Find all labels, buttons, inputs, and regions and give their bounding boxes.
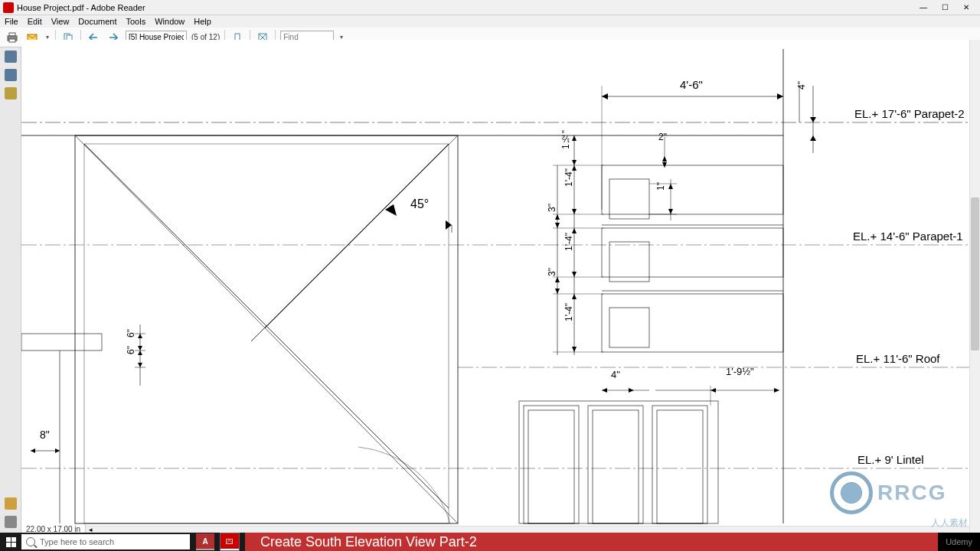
dim-4in-top: 4": [796, 81, 807, 90]
dim-1-4-c: 1'-4": [564, 303, 574, 321]
taskbar-search[interactable]: Type here to search: [21, 534, 190, 549]
maximize-button[interactable]: ☐: [934, 1, 956, 15]
vertical-scrollbar[interactable]: [969, 40, 980, 533]
menu-window[interactable]: Window: [155, 17, 185, 26]
el-parapet-1: EL.+ 14'-6" Parapet-1: [853, 230, 963, 243]
start-button[interactable]: [0, 533, 21, 551]
watermark-subtext: 人人素材: [931, 517, 968, 530]
svg-rect-65: [6, 543, 11, 547]
course-title-banner: Create South Elevation View Part-2: [245, 533, 938, 551]
windows-taskbar: Type here to search A ⮹ Create South Ele…: [0, 533, 980, 551]
drawing-page: 4'-6" 4" EL.+ 17'-6" Parapet-2 EL.+ 14'-…: [21, 40, 969, 533]
menu-document[interactable]: Document: [78, 17, 116, 26]
svg-rect-56: [593, 410, 639, 523]
dim-8in: 8": [40, 429, 50, 441]
svg-rect-2: [9, 39, 15, 42]
nav-panel: [0, 47, 21, 533]
watermark: RRCG 人人素材: [830, 462, 968, 523]
svg-rect-55: [588, 406, 643, 523]
svg-rect-66: [11, 543, 16, 547]
menu-help[interactable]: Help: [194, 17, 211, 26]
svg-rect-35: [602, 294, 783, 352]
watermark-logo-icon: [830, 471, 873, 514]
menu-view[interactable]: View: [51, 17, 70, 26]
window-controls: — ☐ ✕: [913, 1, 977, 15]
svg-rect-29: [602, 165, 783, 214]
svg-rect-30: [609, 179, 649, 219]
svg-rect-63: [6, 537, 11, 542]
signatures-panel-icon[interactable]: [5, 497, 17, 510]
minimize-button[interactable]: —: [913, 1, 934, 15]
svg-line-15: [251, 144, 449, 341]
menu-tools[interactable]: Tools: [126, 17, 146, 26]
close-button[interactable]: ✕: [956, 1, 977, 15]
svg-rect-64: [11, 537, 16, 542]
taskbar-app-adobe-reader[interactable]: ⮹: [220, 533, 239, 550]
angle-45: 45°: [410, 197, 429, 211]
svg-rect-32: [602, 228, 783, 277]
dim-1-4-a: 1'-4": [564, 168, 574, 187]
search-placeholder: Type here to search: [40, 537, 114, 546]
document-viewport[interactable]: 4'-6" 4" EL.+ 17'-6" Parapet-2 EL.+ 14'-…: [21, 40, 969, 533]
scrollbar-thumb[interactable]: [971, 197, 979, 350]
dim-6in-b: 6": [126, 346, 136, 354]
pages-panel-icon[interactable]: [5, 51, 17, 63]
taskbar-app-autocad[interactable]: A: [196, 533, 214, 550]
bookmarks-panel-icon[interactable]: [5, 69, 17, 81]
svg-rect-18: [21, 334, 102, 350]
window-title: House Project.pdf - Adobe Reader: [17, 3, 913, 12]
el-roof: EL.+ 11'-6" Roof: [856, 352, 940, 365]
svg-rect-53: [524, 406, 579, 523]
print-button[interactable]: [5, 30, 20, 45]
dim-1in: 1": [655, 182, 666, 191]
svg-rect-58: [657, 410, 703, 523]
svg-rect-54: [528, 410, 574, 523]
attachments-panel-icon[interactable]: [5, 516, 17, 528]
layers-panel-icon[interactable]: [5, 87, 17, 99]
el-parapet-2: EL.+ 17'-6" Parapet-2: [854, 107, 965, 120]
svg-rect-33: [609, 242, 649, 282]
watermark-text: RRCG: [877, 481, 946, 505]
svg-rect-36: [609, 308, 649, 347]
dim-2in: 2": [658, 132, 667, 142]
dim-1-4-b: 1'-4": [564, 233, 574, 251]
dim-4-6: 4'-6": [680, 78, 703, 91]
menu-edit[interactable]: Edit: [28, 17, 42, 26]
dim-3in-b: 3": [547, 268, 557, 276]
app-icon: [3, 2, 14, 13]
menu-bar: File Edit View Document Tools Window Hel…: [0, 15, 980, 28]
svg-line-16: [265, 135, 458, 328]
status-bar: 22.00 x 17.00 in ◂: [21, 526, 969, 533]
svg-rect-52: [519, 401, 718, 523]
title-bar: House Project.pdf - Adobe Reader — ☐ ✕: [0, 0, 980, 15]
dim-3in-a: 3": [547, 204, 557, 212]
search-icon: [26, 537, 35, 546]
taskbar-brand: Udemy: [938, 533, 980, 551]
svg-rect-57: [652, 406, 707, 523]
dim-6in-a: 6": [126, 329, 136, 337]
svg-rect-0: [9, 33, 15, 36]
menu-file[interactable]: File: [5, 17, 18, 26]
dim-1-1-2: 1½": [560, 130, 571, 149]
dim-1-9-1-2: 1'-9½": [726, 366, 754, 377]
dim-4in: 4": [611, 369, 620, 380]
